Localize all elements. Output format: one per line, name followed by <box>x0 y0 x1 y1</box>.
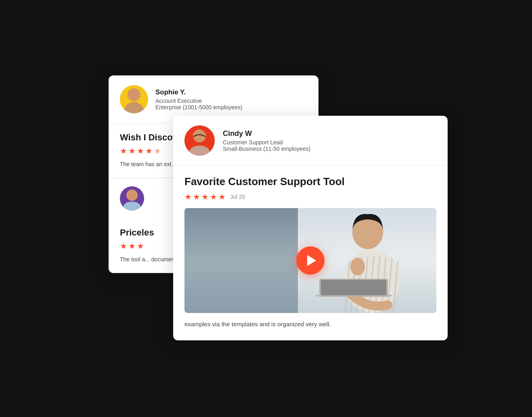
video-wall <box>184 208 298 313</box>
cindy-star-1: ★ <box>184 192 192 202</box>
sophie-avatar <box>120 85 148 113</box>
svg-rect-19 <box>321 280 386 295</box>
purple-avatar-svg <box>120 186 144 211</box>
cindy-avatar <box>184 125 215 156</box>
star-5-half: ★ <box>154 146 161 156</box>
cindy-review-date: Jul 25 <box>230 194 245 200</box>
svg-point-1 <box>123 202 141 211</box>
sophie-info: Sophie Y. Account Executive Enterprise (… <box>155 88 243 111</box>
cindy-company: Small-Business (11-50 employees) <box>223 146 310 152</box>
cindy-star-5: ★ <box>218 192 226 202</box>
cindy-name: Cindy W <box>223 129 310 138</box>
cindy-stars: ★ ★ ★ ★ ★ Jul 25 <box>184 192 436 202</box>
cindy-review-content: Favorite Customer Support Tool ★ ★ ★ ★ ★… <box>173 166 448 340</box>
cindy-star-2: ★ <box>193 192 200 202</box>
priceless-star-1: ★ <box>120 241 127 251</box>
star-2: ★ <box>128 146 136 156</box>
front-card: Cindy W Customer Support Lead Small-Busi… <box>173 116 448 340</box>
star-4: ★ <box>145 146 153 156</box>
cindy-role: Customer Support Lead <box>223 139 310 146</box>
play-button[interactable] <box>296 246 325 275</box>
sophie-name: Sophie Y. <box>155 88 243 96</box>
cindy-avatar-svg <box>184 125 215 156</box>
star-3: ★ <box>137 146 144 156</box>
svg-point-16 <box>350 258 365 275</box>
svg-point-0 <box>126 190 138 201</box>
review-cards-scene: Sophie Y. Account Executive Enterprise (… <box>84 43 448 374</box>
cindy-bottom-text: examples via the templates and is organi… <box>184 313 436 329</box>
play-icon <box>307 255 316 266</box>
sophie-company: Enterprise (1001-5000 employees) <box>155 104 243 111</box>
cindy-star-3: ★ <box>201 192 209 202</box>
cindy-info: Cindy W Customer Support Lead Small-Busi… <box>223 129 310 152</box>
star-1: ★ <box>120 146 127 156</box>
priceless-star-2: ★ <box>128 241 136 251</box>
purple-avatar <box>120 186 144 211</box>
priceless-star-3: ★ <box>137 241 144 251</box>
sophie-role: Account Executive <box>155 98 243 104</box>
video-thumbnail[interactable] <box>184 208 436 313</box>
cindy-review-title: Favorite Customer Support Tool <box>184 175 436 188</box>
cindy-star-4: ★ <box>210 192 217 202</box>
cindy-header: Cindy W Customer Support Lead Small-Busi… <box>173 116 448 166</box>
